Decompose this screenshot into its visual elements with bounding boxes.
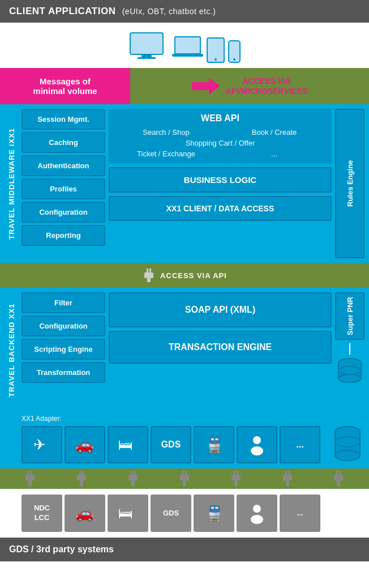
messages-box: Messages of minimal volume	[0, 68, 130, 104]
svg-text:🚆: 🚆	[205, 504, 224, 522]
adapter-db	[333, 425, 362, 464]
web-api-ticket-exchange: Ticket / Exchange	[112, 150, 220, 158]
device-icons	[129, 32, 241, 63]
svg-rect-42	[128, 475, 138, 480]
web-api-ellipsis: ...	[220, 150, 328, 158]
backend-section: TRAVEL BACKEND XX1 Filter Configuration …	[0, 288, 369, 412]
web-api-title: WEB API	[112, 113, 328, 123]
plug-icon-1	[24, 471, 36, 487]
svg-point-28	[335, 450, 360, 461]
web-api-shopping-cart: Shopping Cart / Offer	[112, 139, 328, 147]
rules-engine-box: Rules Engine	[335, 109, 364, 258]
messages-text: Messages of minimal volume	[33, 76, 97, 96]
middleware-section: TRAVEL MIDDLEWARE iXX1 Session Mgmt. Cac…	[0, 104, 369, 263]
module-reporting: Reporting	[22, 225, 105, 246]
connector-bar-2	[0, 468, 369, 489]
svg-rect-1	[141, 54, 152, 57]
svg-rect-58	[334, 475, 343, 480]
svg-text:🚗: 🚗	[75, 504, 94, 522]
connector-bar-middle: ACCESS VIA API	[0, 263, 369, 288]
svg-rect-11	[149, 269, 151, 272]
svg-rect-54	[283, 475, 292, 480]
bottom-hotel: 🛏	[108, 495, 148, 532]
business-logic-box: BUSINESS LOGIC	[109, 167, 332, 193]
svg-rect-47	[183, 480, 186, 487]
module-filter: Filter	[22, 292, 105, 313]
backend-left-modules: Filter Configuration Scripting Engine Tr…	[22, 292, 105, 408]
web-api-book-create: Book / Create	[220, 128, 328, 137]
svg-point-64	[251, 515, 263, 524]
access-arrow-icon	[192, 78, 220, 95]
svg-rect-56	[336, 471, 338, 475]
svg-text:🚗: 🚗	[75, 436, 94, 454]
plug-icon-4	[178, 471, 191, 487]
module-configuration: Configuration	[22, 202, 105, 223]
tablet-icon	[207, 37, 225, 63]
module-scripting-engine: Scripting Engine	[22, 339, 105, 360]
adapter-section: XX1 Adapter: ✈ 🚗 🛏 GDS 🚆	[0, 412, 369, 468]
connector-label: ACCESS VIA API	[160, 271, 227, 280]
svg-rect-0	[130, 33, 163, 54]
svg-rect-53	[288, 471, 290, 475]
adapter-flight: ✈	[22, 426, 62, 463]
svg-rect-51	[234, 480, 238, 487]
super-pnr-box: Super PNR	[335, 292, 364, 340]
svg-rect-40	[131, 471, 132, 475]
svg-rect-10	[147, 269, 148, 272]
bottom-gds: GDS	[151, 495, 191, 532]
svg-rect-35	[28, 480, 32, 487]
svg-rect-44	[182, 471, 184, 475]
svg-rect-55	[286, 480, 289, 487]
train-icon: 🚆	[203, 434, 225, 455]
svg-rect-45	[185, 471, 187, 475]
svg-rect-39	[80, 480, 83, 487]
bottom-person	[237, 495, 277, 532]
database-icon	[336, 358, 363, 383]
adapter-train: 🚆	[194, 426, 234, 463]
svg-text:🚆: 🚆	[205, 436, 224, 454]
middleware-vertical-label: TRAVEL MIDDLEWARE iXX1	[5, 109, 18, 258]
svg-marker-9	[192, 78, 220, 95]
bottom-hotel-icon: 🛏	[117, 502, 139, 524]
backend-vertical-label: TRAVEL BACKEND XX1	[5, 292, 18, 408]
adapter-more: ...	[280, 426, 320, 463]
plug-icon-6	[281, 471, 294, 487]
hotel-icon: 🛏	[117, 434, 139, 455]
svg-point-8	[233, 58, 235, 61]
svg-rect-41	[134, 471, 135, 475]
adapter-gds: GDS	[151, 426, 191, 463]
bottom-ndc-lcc: NDCLCC	[22, 495, 62, 532]
svg-rect-57	[339, 471, 341, 475]
svg-rect-52	[285, 471, 287, 475]
svg-rect-59	[337, 480, 340, 487]
plug-icon-3	[127, 471, 139, 487]
svg-point-6	[214, 58, 217, 61]
gds-footer-label: GDS / 3rd party systems	[9, 544, 114, 554]
module-caching: Caching	[22, 132, 105, 153]
svg-rect-12	[144, 272, 153, 278]
plug-icon-2	[75, 471, 88, 487]
backend-center: SOAP API (XML) TRANSACTION ENGINE	[109, 292, 332, 408]
svg-text:🛏: 🛏	[118, 436, 133, 453]
svg-point-25	[251, 446, 263, 455]
car-icon: 🚗	[74, 434, 96, 455]
header-subtitle: (eUIx, OBT, chatbot etc.)	[122, 7, 216, 16]
adapter-database-icon	[333, 425, 362, 462]
soap-api-box: SOAP API (XML)	[109, 292, 332, 327]
module-session: Session Mgmt.	[22, 109, 105, 130]
access-via-box: ACCESS VIA API/MICROSERVICES	[130, 68, 369, 104]
laptop-icon	[172, 35, 203, 63]
phone-icon	[228, 40, 241, 63]
svg-rect-49	[237, 471, 238, 475]
bottom-person-icon	[246, 502, 268, 524]
data-access-box: XX1 CLIENT / DATA ACCESS	[109, 196, 332, 221]
svg-rect-48	[234, 471, 235, 475]
plug-icon-7	[332, 471, 345, 487]
person-icon	[246, 434, 268, 455]
flight-icon: ✈	[31, 434, 53, 455]
bottom-train: 🚆	[194, 495, 234, 532]
middleware-center: WEB API Search / Shop Book / Create Shop…	[109, 109, 332, 258]
svg-rect-4	[172, 54, 203, 57]
plug-icon-5	[230, 471, 242, 487]
module-b-configuration: Configuration	[22, 316, 105, 336]
